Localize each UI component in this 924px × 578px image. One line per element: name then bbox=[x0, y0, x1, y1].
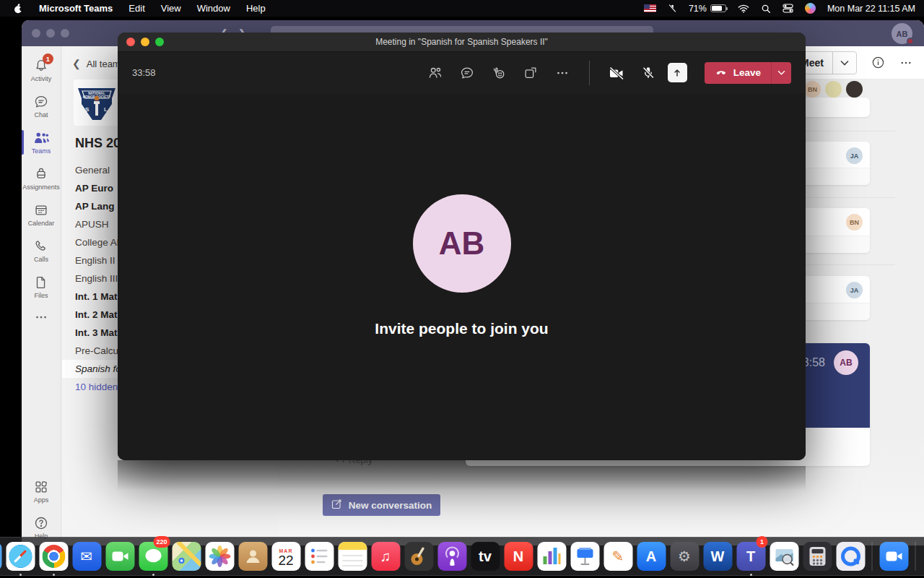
calendar-icon bbox=[33, 202, 49, 218]
avatar: JA bbox=[846, 147, 863, 164]
dock-icon-preview[interactable] bbox=[769, 537, 800, 576]
menu-bar-clock[interactable]: Mon Mar 22 11:15 AM bbox=[827, 4, 915, 14]
new-conversation-button[interactable]: New conversation bbox=[323, 494, 440, 516]
sidebar-item-calendar[interactable]: Calendar bbox=[22, 197, 61, 233]
toolbar-divider bbox=[589, 61, 590, 85]
dock-icon-messages[interactable]: 220 bbox=[138, 537, 169, 576]
dock-icon-quicktime[interactable] bbox=[835, 537, 866, 576]
dock-icon-notes[interactable] bbox=[337, 537, 368, 576]
dock-icon-teams[interactable]: T1 bbox=[736, 537, 767, 576]
dock-icon-trash[interactable] bbox=[922, 537, 924, 576]
breakout-rooms-icon[interactable] bbox=[518, 61, 543, 85]
close-window-button[interactable] bbox=[32, 29, 40, 38]
battery-status[interactable]: 71% bbox=[689, 4, 726, 14]
wifi-icon[interactable] bbox=[738, 4, 749, 13]
minimize-window-button[interactable] bbox=[141, 38, 149, 46]
apple-menu-icon[interactable] bbox=[13, 3, 23, 14]
sidebar-item-assignments[interactable]: Assignments bbox=[22, 160, 61, 197]
help-icon bbox=[33, 515, 49, 531]
backpack-icon bbox=[33, 166, 49, 182]
dock-icon-garageband[interactable] bbox=[404, 537, 435, 576]
meet-options-chevron[interactable] bbox=[833, 52, 856, 74]
running-indicator bbox=[152, 574, 154, 576]
sidebar-item-apps[interactable]: Apps bbox=[22, 473, 61, 509]
dock-icon-maps[interactable] bbox=[171, 537, 202, 576]
mic-muted-icon[interactable] bbox=[668, 3, 677, 14]
chat-bubble-icon[interactable] bbox=[455, 61, 479, 85]
team-logo-nhs[interactable]: NATIONAL HONOR SOCIETY S L bbox=[74, 79, 120, 126]
dock-icon-music[interactable]: ♫ bbox=[370, 537, 401, 576]
mic-muted-icon[interactable] bbox=[636, 61, 661, 85]
self-avatar: AB bbox=[413, 194, 511, 293]
dock-icon-safari[interactable] bbox=[5, 537, 36, 576]
dock-icon-chrome[interactable] bbox=[38, 537, 69, 576]
menu-help[interactable]: Help bbox=[246, 3, 266, 14]
avatar: JA bbox=[846, 282, 863, 298]
avatar: BN bbox=[846, 214, 863, 230]
dock-icon-photos[interactable] bbox=[204, 537, 235, 576]
svg-text:L: L bbox=[104, 106, 108, 113]
zoom-window-button[interactable] bbox=[61, 29, 69, 38]
running-indicator bbox=[19, 574, 22, 576]
spotlight-search-icon[interactable] bbox=[761, 4, 771, 14]
meeting-title: Meeting in "Spanish for Spanish Speakers… bbox=[118, 37, 806, 47]
chevron-left-icon: ❮ bbox=[72, 58, 81, 69]
status-busy-dot bbox=[907, 38, 914, 45]
sidebar-item-files[interactable]: Files bbox=[22, 269, 61, 305]
dock-icon-finder[interactable] bbox=[0, 537, 3, 576]
control-center-icon[interactable] bbox=[783, 4, 793, 13]
compose-icon bbox=[331, 499, 342, 512]
close-window-button[interactable] bbox=[126, 38, 135, 46]
leave-button[interactable]: Leave bbox=[705, 62, 771, 84]
reactions-icon[interactable] bbox=[487, 61, 511, 85]
battery-icon bbox=[710, 4, 726, 12]
dock-icon-system-preferences[interactable]: ⚙ bbox=[669, 537, 700, 576]
dock-icon-tv[interactable]: tv bbox=[470, 537, 501, 576]
dock-icon-word[interactable]: W bbox=[702, 537, 733, 576]
dock-icon-keynote[interactable] bbox=[570, 537, 601, 576]
camera-off-icon[interactable] bbox=[604, 61, 629, 85]
dock-icon-podcasts[interactable] bbox=[437, 537, 468, 576]
share-screen-icon[interactable] bbox=[668, 63, 687, 82]
participants-icon[interactable] bbox=[423, 61, 448, 85]
active-app-menu[interactable]: Microsoft Teams bbox=[39, 3, 113, 14]
dock-icon-app-store[interactable]: A bbox=[636, 537, 667, 576]
meeting-timer: 33:58 bbox=[132, 67, 156, 78]
menu-edit[interactable]: Edit bbox=[128, 3, 144, 14]
dock-icon-numbers[interactable] bbox=[536, 537, 567, 576]
dock-divider bbox=[872, 542, 873, 571]
profile-avatar[interactable]: AB bbox=[892, 23, 912, 44]
dock-icon-calculator[interactable] bbox=[802, 537, 833, 576]
battery-percent: 71% bbox=[689, 4, 707, 14]
zoom-window-button[interactable] bbox=[155, 38, 164, 46]
dock-icon-mail[interactable]: ✉ bbox=[71, 537, 103, 576]
sidebar-item-chat[interactable]: Chat bbox=[22, 88, 61, 124]
dock-icon-zoom[interactable] bbox=[879, 537, 910, 576]
macos-dock: ✉220MAR22♫tvN✎A⚙WT1 bbox=[0, 537, 924, 576]
avatar: BN bbox=[804, 81, 821, 98]
sidebar-item-calls[interactable]: Calls bbox=[22, 233, 61, 269]
rail-more-button[interactable] bbox=[22, 305, 61, 329]
channel-more-icon[interactable] bbox=[899, 56, 912, 69]
meeting-stage: AB Invite people to join you bbox=[118, 93, 806, 460]
dock-icon-facetime[interactable] bbox=[105, 537, 136, 576]
dock-icon-pages[interactable]: ✎ bbox=[603, 537, 634, 576]
meeting-card-avatar: AB bbox=[834, 350, 858, 375]
meeting-window: Meeting in "Spanish for Spanish Speakers… bbox=[118, 33, 806, 460]
menu-view[interactable]: View bbox=[161, 3, 181, 14]
avatar bbox=[825, 81, 842, 98]
minimize-window-button[interactable] bbox=[46, 29, 55, 38]
dock-icon-contacts[interactable] bbox=[237, 537, 269, 576]
sidebar-item-teams[interactable]: Teams bbox=[22, 124, 61, 160]
dock-icon-news[interactable]: N bbox=[503, 537, 534, 576]
menu-window[interactable]: Window bbox=[197, 3, 230, 14]
leave-options-chevron[interactable] bbox=[771, 62, 791, 84]
channel-info-icon[interactable] bbox=[871, 56, 885, 69]
dock-icon-reminders[interactable] bbox=[304, 537, 335, 576]
sidebar-item-activity[interactable]: Activity1 bbox=[22, 52, 61, 88]
more-icon[interactable] bbox=[550, 61, 575, 85]
siri-icon[interactable] bbox=[805, 3, 816, 14]
input-language-flag-icon[interactable] bbox=[644, 4, 656, 12]
avatar bbox=[846, 81, 863, 98]
dock-icon-calendar[interactable]: MAR22 bbox=[271, 537, 302, 576]
